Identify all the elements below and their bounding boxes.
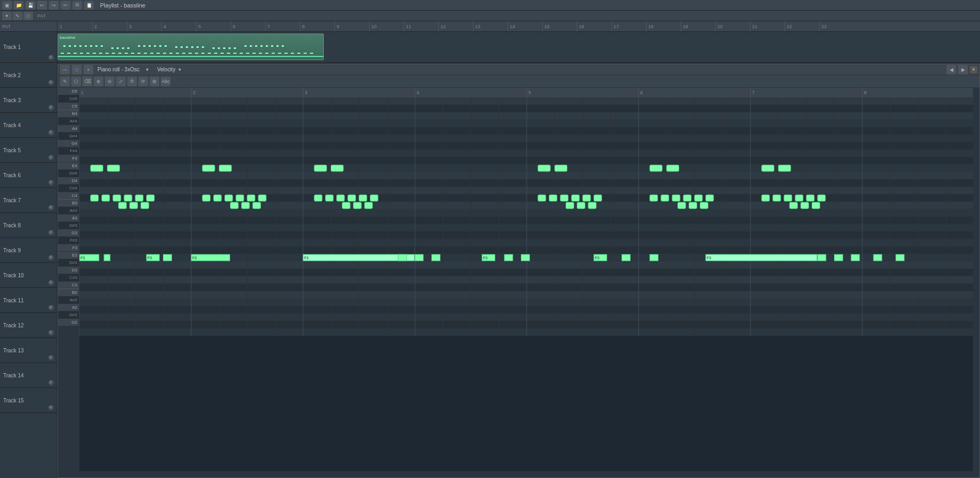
piano-key-B4[interactable]: B4 [58, 110, 79, 118]
track-item-15[interactable]: Track 15 [0, 388, 57, 413]
save-btn[interactable]: 💾 [26, 1, 35, 10]
piano-key-G2[interactable]: G2 [58, 319, 79, 326]
track-11-knob[interactable] [48, 305, 54, 310]
track-10-knob[interactable] [48, 280, 54, 285]
track-item-1[interactable]: Track 1 [0, 32, 57, 63]
piano-key-E3[interactable]: E3 [58, 252, 79, 259]
pr-maximize-btn[interactable]: □ [72, 65, 81, 75]
redo-btn[interactable]: ↪ [49, 1, 59, 10]
piano-key-D#4[interactable]: D#4 [58, 170, 79, 177]
track-item-6[interactable]: Track 6 [0, 163, 57, 188]
piano-key-A#2[interactable]: A#2 [58, 296, 79, 304]
pr-tool-5[interactable]: ⊖ [105, 77, 115, 86]
piano-key-D#3[interactable]: D#3 [58, 259, 79, 267]
pr-tool-7[interactable]: ⥁ [127, 77, 137, 86]
pr-tool-zoom[interactable]: ⊕ [94, 77, 103, 86]
piano-key-A2[interactable]: A2 [58, 304, 79, 311]
track-5-knob[interactable] [48, 155, 54, 160]
track-item-5[interactable]: Track 5 [0, 138, 57, 163]
piano-roll-content: D5C#5C5B4A#4A4G#4G4F#4F4E4D#4D4C#4C4B3A#… [58, 88, 979, 471]
track-item-2[interactable]: Track 2 [0, 63, 57, 88]
cut-btn[interactable]: ✂ [61, 1, 70, 10]
ruler-mark-16: 16 [577, 21, 611, 31]
pr-scroll-right[interactable]: ▶ [958, 65, 968, 75]
piano-key-G#3[interactable]: G#3 [58, 222, 79, 229]
piano-key-E4[interactable]: E4 [58, 162, 79, 170]
track-7-knob[interactable] [48, 205, 54, 210]
track-13-knob[interactable] [48, 355, 54, 360]
piano-key-G3[interactable]: G3 [58, 229, 79, 237]
piano-key-A#3[interactable]: A#3 [58, 207, 79, 215]
piano-roll-vscrollbar[interactable] [973, 88, 979, 471]
track-item-3[interactable]: Track 3 [0, 88, 57, 113]
piano-roll-hscrollbar[interactable] [58, 471, 979, 477]
piano-key-C5[interactable]: C5 [58, 103, 79, 110]
track-item-14[interactable]: Track 14 [0, 363, 57, 388]
track-header: PAT [0, 21, 57, 32]
track-item-10[interactable]: Track 10 [0, 263, 57, 288]
track-item-13[interactable]: Track 13 [0, 338, 57, 363]
pr-scroll-left[interactable]: ◀ [946, 65, 956, 75]
piano-key-C#3[interactable]: C#3 [58, 274, 79, 282]
open-btn[interactable]: 📁 [14, 1, 23, 10]
piano-key-D3[interactable]: D3 [58, 267, 79, 274]
new-btn[interactable]: ▣ [2, 1, 12, 10]
tool-btn-2[interactable]: ✎ [13, 12, 22, 20]
pr-close-small-btn[interactable]: × [84, 65, 93, 75]
pr-tool-9[interactable]: ⊞ [150, 77, 159, 86]
piano-key-B3[interactable]: B3 [58, 200, 79, 207]
piano-roll-grid-area[interactable] [79, 97, 973, 471]
track-item-12[interactable]: Track 12 [0, 313, 57, 338]
piano-key-A4[interactable]: A4 [58, 125, 79, 133]
pr-close-btn[interactable]: × [970, 66, 977, 73]
piano-key-C4[interactable]: C4 [58, 192, 79, 200]
track-4-knob[interactable] [48, 130, 54, 135]
pr-tool-8[interactable]: ⟳ [138, 77, 148, 86]
piano-key-F#3[interactable]: F#3 [58, 237, 79, 244]
piano-key-A3[interactable]: A3 [58, 215, 79, 222]
tool-btn-1[interactable]: ✦ [2, 12, 12, 20]
piano-key-C3[interactable]: C3 [58, 282, 79, 289]
pr-tool-select[interactable]: ⬡ [71, 77, 81, 86]
block-label: bassline [58, 34, 323, 41]
track-2-knob[interactable] [48, 80, 54, 85]
track-14-knob[interactable] [48, 380, 54, 385]
track-item-8[interactable]: Track 8 [0, 213, 57, 238]
copy-btn[interactable]: ⧉ [72, 1, 82, 10]
track-6-knob[interactable] [48, 180, 54, 185]
pr-minimize-btn[interactable]: — [60, 65, 70, 75]
track-15-knob[interactable] [48, 405, 54, 410]
piano-key-G4[interactable]: G4 [58, 140, 79, 147]
pr-tool-erase[interactable]: ⌫ [83, 77, 92, 86]
playlist-track-row-1[interactable]: bassline [58, 32, 980, 63]
piano-key-A#4[interactable]: A#4 [58, 118, 79, 125]
track-item-4[interactable]: Track 4 [0, 113, 57, 138]
pr-tool-6[interactable]: ⤢ [116, 77, 126, 86]
piano-key-D5[interactable]: D5 [58, 88, 79, 95]
piano-key-F4[interactable]: F4 [58, 155, 79, 162]
tool-btn-3[interactable]: ⬡ [23, 12, 33, 20]
track-12-name: Track 12 [3, 323, 54, 328]
piano-key-G#4[interactable]: G#4 [58, 133, 79, 140]
track-item-7[interactable]: Track 7 [0, 188, 57, 213]
track-8-knob[interactable] [48, 230, 54, 235]
bassline-block[interactable]: bassline [58, 34, 324, 60]
track-9-knob[interactable] [48, 255, 54, 260]
pr-tool-draw[interactable]: ✎ [60, 77, 70, 86]
pr-tool-abc[interactable]: Abc [161, 77, 170, 86]
paste-btn[interactable]: 📋 [84, 1, 94, 10]
track-3-knob[interactable] [48, 105, 54, 110]
piano-roll-canvas[interactable] [79, 97, 973, 336]
piano-key-G#2[interactable]: G#2 [58, 311, 79, 319]
piano-key-B2[interactable]: B2 [58, 289, 79, 296]
track-item-11[interactable]: Track 11 [0, 288, 57, 313]
undo-btn[interactable]: ↩ [37, 1, 47, 10]
track-1-knob[interactable] [48, 55, 54, 60]
piano-key-F3[interactable]: F3 [58, 244, 79, 252]
track-item-9[interactable]: Track 9 [0, 238, 57, 263]
piano-key-F#4[interactable]: F#4 [58, 147, 79, 155]
piano-key-C#5[interactable]: C#5 [58, 95, 79, 103]
piano-key-D4[interactable]: D4 [58, 177, 79, 185]
track-12-knob[interactable] [48, 330, 54, 335]
piano-key-C#4[interactable]: C#4 [58, 185, 79, 192]
